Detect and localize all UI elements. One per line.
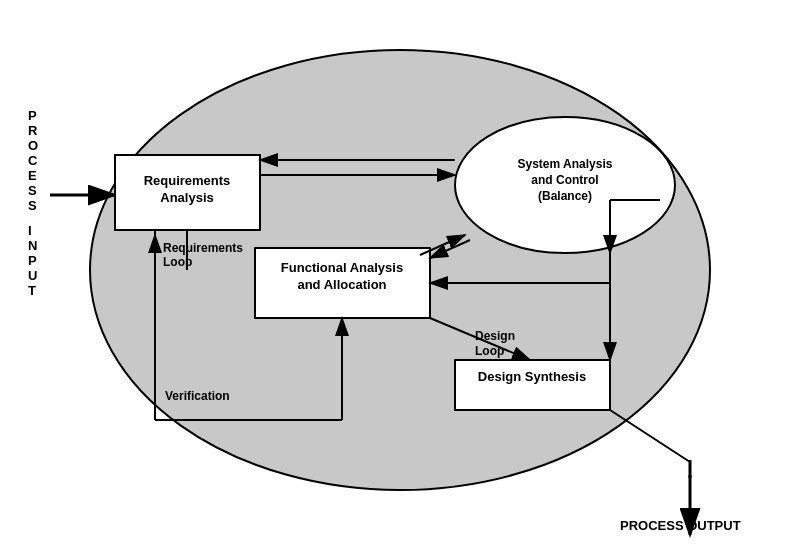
svg-text:O: O	[28, 138, 38, 153]
svg-text:N: N	[28, 238, 37, 253]
design-loop-label: Design	[475, 329, 515, 343]
diagram-container: P R O C E S S I N P U T Requirements Ana…	[0, 0, 800, 550]
svg-text:U: U	[28, 268, 37, 283]
svg-text:and Control: and Control	[531, 173, 598, 187]
design-to-output-line	[610, 410, 690, 462]
system-analysis-label: System Analysis	[518, 157, 613, 171]
svg-text:(Balance): (Balance)	[538, 189, 592, 203]
svg-text:R: R	[28, 123, 38, 138]
design-synthesis-label: Design Synthesis	[478, 369, 586, 384]
process-output-label: PROCESS OUTPUT	[620, 518, 741, 533]
svg-text:C: C	[28, 153, 38, 168]
requirements-loop-label: Requirements	[163, 241, 243, 255]
design-synthesis-box	[455, 360, 610, 410]
svg-text:Analysis: Analysis	[160, 190, 213, 205]
svg-text:E: E	[28, 168, 37, 183]
svg-text:Loop: Loop	[163, 255, 192, 269]
verification-label: Verification	[165, 389, 230, 403]
svg-text:I: I	[28, 223, 32, 238]
svg-text:P: P	[28, 253, 37, 268]
svg-text:Loop: Loop	[475, 344, 504, 358]
svg-text:and Allocation: and Allocation	[297, 277, 386, 292]
svg-text:S: S	[28, 183, 37, 198]
svg-text:S: S	[28, 198, 37, 213]
functional-analysis-label: Functional Analysis	[281, 260, 403, 275]
requirements-analysis-label: Requirements	[144, 173, 231, 188]
svg-text:T: T	[28, 283, 36, 298]
process-input-label: P	[28, 108, 37, 123]
